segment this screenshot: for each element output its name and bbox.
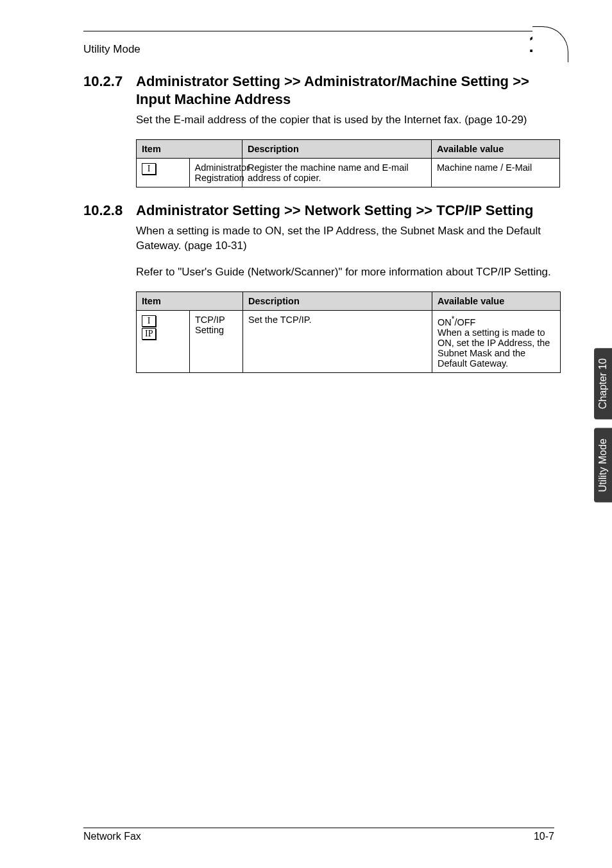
table-2-header-row: Item Description Available value [137,292,561,311]
footer-left: Network Fax [83,831,141,842]
table-1-th-available: Available value [432,139,560,158]
side-tab-mode: Utility Mode [594,428,612,503]
header-left-text: Utility Mode [83,43,140,56]
table-1-header-row: Item Description Available value [137,139,560,158]
table-1-th-item: Item [137,139,242,158]
section-2-para-2: Refer to "User's Guide (Network/Scanner)… [136,265,554,280]
avail-off: /OFF [454,317,475,327]
side-tabs: Chapter 10 Utility Mode [594,348,612,512]
table-2-row: I IP TCP/IP Setting Set the TCP/IP. ON*/… [137,311,561,373]
table-1: Item Description Available value I Admin… [136,139,560,187]
table-2-th-item: Item [137,292,243,311]
page-content: Utility Mode 10 10.2.7 Administrator Set… [0,0,612,373]
avail-on: ON [438,317,452,327]
table-2: Item Description Available value I IP TC… [136,291,561,373]
table-2-icon-cell: I IP [137,311,190,373]
table-2-th-description: Description [243,292,432,311]
table-2-name-cell: TCP/IP Setting [190,311,243,373]
section-title-1: Administrator Setting >> Administrator/M… [136,73,554,108]
footer: Network Fax 10-7 [83,828,554,842]
footer-row: Network Fax 10-7 [83,831,554,842]
table-1-name-cell: Administrator Registration [189,158,242,187]
footer-rule [83,828,554,828]
table-1-th-description: Description [242,139,432,158]
section-2-para-1: When a setting is made to ON, set the IP… [136,224,554,254]
section-heading-2: 10.2.8 Administrator Setting >> Network … [83,202,554,220]
ip-icon: IP [142,328,156,340]
avail-rest: When a setting is made to ON, set the IP… [438,327,550,369]
table-2-desc-cell: Set the TCP/IP. [243,311,432,373]
table-1-icon-cell: I [137,158,190,187]
section-title-2: Administrator Setting >> Network Setting… [136,202,554,220]
section-1-para-1: Set the E-mail address of the copier tha… [136,113,554,128]
running-header: Utility Mode 10 [83,33,554,56]
header-rule [83,31,554,31]
table-2-avail-cell: ON*/OFF When a setting is made to ON, se… [432,311,561,373]
i-icon: I [142,163,156,175]
i-icon: I [142,315,156,327]
section-number-1: 10.2.7 [83,73,136,91]
table-1-desc-cell: Register the machine name and E-mail add… [242,158,432,187]
section-heading-1: 10.2.7 Administrator Setting >> Administ… [83,73,554,108]
side-tab-chapter: Chapter 10 [594,348,612,419]
footer-right: 10-7 [534,831,554,842]
table-1-row: I Administrator Registration Register th… [137,158,560,187]
table-1-avail-cell: Machine name / E-Mail [432,158,560,187]
section-number-2: 10.2.8 [83,202,136,220]
table-2-th-available: Available value [432,292,561,311]
